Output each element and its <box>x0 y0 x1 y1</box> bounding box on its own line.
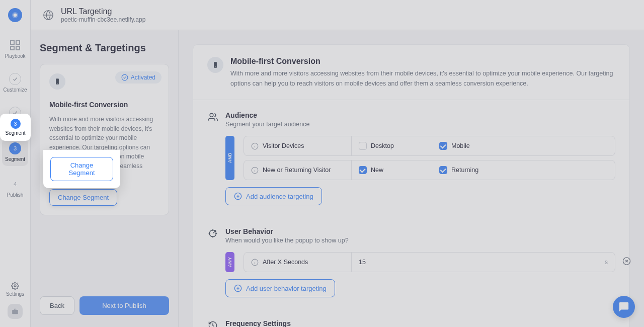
svg-point-13 <box>215 66 215 67</box>
add-audience-button[interactable]: Add audience targeting <box>225 187 322 205</box>
svg-point-9 <box>122 74 128 80</box>
panel-title: Segment & Targetings <box>40 42 169 54</box>
remove-rule-button[interactable] <box>622 257 631 268</box>
change-segment-button[interactable]: Change Segment <box>49 189 117 206</box>
info-icon[interactable] <box>251 167 259 174</box>
info-icon[interactable] <box>251 259 259 266</box>
behavior-subtitle: When would you like the popup to show up… <box>225 237 349 244</box>
segment-title: Mobile-first Conversion <box>49 101 159 109</box>
change-segment-button-highlight[interactable]: Change Segment <box>50 157 113 181</box>
activated-label: Activated <box>131 74 155 81</box>
step-number: 3 <box>9 142 21 154</box>
tour-highlight-step[interactable]: 3 Segment <box>0 114 31 141</box>
checkbox-new[interactable]: New <box>359 166 409 174</box>
info-icon[interactable] <box>251 142 259 150</box>
target-icon <box>207 228 218 238</box>
close-circle-icon <box>622 257 631 266</box>
svg-rect-4 <box>11 46 14 50</box>
rule-new-returning: New or Returning Visitor New Returning <box>244 160 615 180</box>
rule-after-seconds: After X Seconds 15 s <box>244 252 615 272</box>
check-icon <box>9 73 21 85</box>
audience-subtitle: Segment your target audience <box>225 121 309 128</box>
step-label: Segment <box>5 156 25 162</box>
header: URL Targeting poetic-muffin-cbc3ee.netli… <box>31 0 644 30</box>
grid-icon <box>9 39 21 51</box>
main-title: Mobile-first Conversion <box>230 57 615 66</box>
svg-rect-2 <box>11 41 14 44</box>
globe-icon <box>43 10 54 21</box>
checkbox-returning[interactable]: Returning <box>439 166 490 174</box>
main-card: Mobile-first Conversion With more and mo… <box>193 44 630 327</box>
step-customize[interactable]: Customize <box>0 71 30 95</box>
seconds-input[interactable]: 15 s <box>352 253 615 272</box>
main-description: With more and more visitors accessing we… <box>230 68 615 89</box>
svg-rect-5 <box>16 46 20 50</box>
chat-fab[interactable] <box>613 296 635 318</box>
sidebar-widget[interactable] <box>8 304 23 319</box>
step-publish[interactable]: 4 Publish <box>0 176 30 200</box>
sidebar-settings[interactable]: Settings <box>6 282 24 297</box>
add-behavior-button[interactable]: Add user behavior targeting <box>225 279 335 297</box>
svg-point-6 <box>14 285 16 287</box>
frequency-title: Frequency Settings <box>225 319 349 327</box>
mobile-icon <box>207 57 223 73</box>
main-area: Mobile-first Conversion With more and mo… <box>179 30 644 327</box>
back-button[interactable]: Back <box>40 296 74 315</box>
segment-card: Activated Mobile-first Conversion With m… <box>40 64 169 215</box>
svg-point-11 <box>57 83 57 84</box>
mobile-icon <box>49 73 65 90</box>
people-icon <box>207 112 218 122</box>
gear-icon <box>11 282 19 290</box>
plus-circle-icon <box>234 192 242 200</box>
next-button[interactable]: Next to Publish <box>79 296 169 315</box>
logic-and: AND <box>225 136 234 180</box>
audience-title: Audience <box>225 111 309 119</box>
divider <box>193 100 629 100</box>
behavior-title: User Behavior <box>225 227 349 235</box>
rule-visitor-devices: Visitor Devices Desktop Mobile <box>244 136 615 156</box>
settings-label: Settings <box>6 291 24 297</box>
svg-point-14 <box>210 114 213 117</box>
sidebar: Playbook Customize Style 3 Segment 4 Pub… <box>0 0 31 327</box>
step-playbook[interactable]: Playbook <box>0 37 30 61</box>
rule-label-text: After X Seconds <box>263 259 308 266</box>
step-label: Publish <box>7 192 24 198</box>
svg-rect-3 <box>16 41 20 44</box>
checkbox-mobile[interactable]: Mobile <box>439 142 490 150</box>
history-icon <box>207 320 218 327</box>
logic-any: ANY <box>225 252 234 272</box>
page-subtitle: poetic-muffin-cbc3ee.netlify.app <box>61 16 145 23</box>
chat-icon <box>618 301 629 312</box>
page-title: URL Targeting <box>61 7 145 16</box>
step-segment[interactable]: 3 Segment <box>2 138 28 166</box>
app-logo[interactable] <box>8 8 22 22</box>
briefcase-icon <box>12 308 19 315</box>
svg-point-1 <box>14 14 17 17</box>
step-number: 4 <box>9 178 21 190</box>
rule-label-text: Visitor Devices <box>263 142 304 149</box>
tour-highlight-change: Change Segment <box>43 150 120 188</box>
step-label: Customize <box>3 87 27 93</box>
checkbox-desktop[interactable]: Desktop <box>359 142 409 150</box>
rule-label-text: New or Returning Visitor <box>263 167 331 174</box>
check-circle-icon <box>121 74 128 81</box>
activated-badge: Activated <box>115 71 162 84</box>
step-label: Playbook <box>5 53 25 59</box>
plus-circle-icon <box>234 284 242 292</box>
divider <box>40 288 169 288</box>
